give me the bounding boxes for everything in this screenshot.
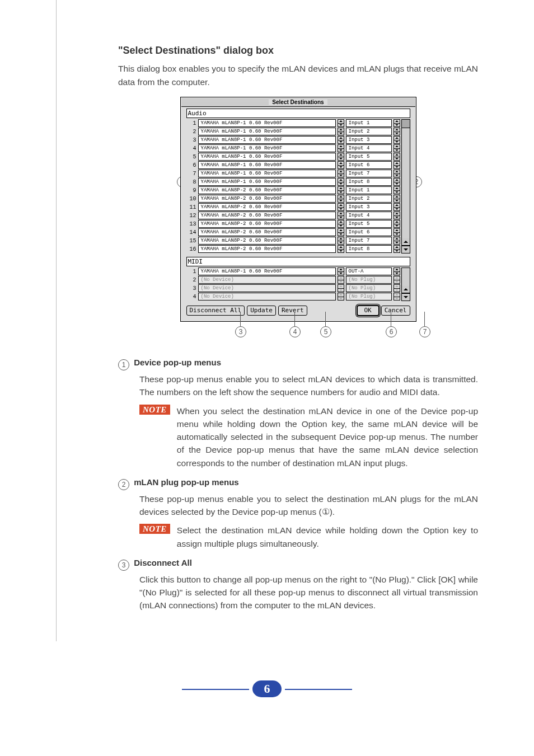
- stepper-icon[interactable]: [394, 153, 400, 161]
- stepper-icon[interactable]: [394, 128, 400, 135]
- scroll-up-icon[interactable]: [402, 238, 410, 246]
- stepper-icon[interactable]: [338, 228, 344, 236]
- dialog-button-row: Disconnect All Update Revert OK Cancel: [181, 301, 416, 321]
- plug-popup[interactable]: Input 2: [346, 128, 392, 135]
- revert-button[interactable]: Revert: [278, 306, 307, 316]
- plug-popup[interactable]: Input 6: [346, 228, 392, 236]
- disconnect-all-button[interactable]: Disconnect All: [186, 306, 245, 316]
- plug-popup[interactable]: Input 7: [346, 170, 392, 177]
- device-popup[interactable]: YAMAHA mLAN8P-1 0.60 Rev00F: [198, 119, 336, 127]
- device-popup[interactable]: YAMAHA mLAN8P-1 0.60 Rev00F: [198, 153, 336, 161]
- plug-popup[interactable]: Input 8: [346, 178, 392, 186]
- plug-popup[interactable]: Input 3: [346, 136, 392, 144]
- stepper-icon[interactable]: [338, 186, 344, 194]
- scroll-track[interactable]: [402, 128, 410, 238]
- plug-popup[interactable]: Input 7: [346, 237, 392, 245]
- device-popup[interactable]: YAMAHA mLAN8P-2 0.60 Rev00F: [198, 203, 336, 211]
- midi-scrollbar[interactable]: [401, 267, 410, 301]
- stepper-icon[interactable]: [394, 178, 400, 186]
- stepper-icon[interactable]: [338, 161, 344, 169]
- stepper-icon[interactable]: [338, 178, 344, 186]
- plug-popup[interactable]: Input 5: [346, 220, 392, 228]
- device-popup[interactable]: YAMAHA mLAN8P-1 0.60 Rev00F: [198, 144, 336, 152]
- plug-popup[interactable]: Input 4: [346, 144, 392, 152]
- stepper-icon[interactable]: [338, 119, 344, 127]
- stepper-icon[interactable]: [338, 220, 344, 228]
- row-number: 4: [186, 145, 196, 152]
- plug-popup[interactable]: Input 2: [346, 195, 392, 203]
- stepper-icon[interactable]: [394, 245, 400, 253]
- stepper-icon: [394, 284, 400, 292]
- audio-row: 3YAMAHA mLAN8P-1 0.60 Rev00FInput 3: [186, 136, 400, 144]
- row-number: 13: [186, 221, 196, 227]
- device-popup[interactable]: YAMAHA mLAN8P-2 0.60 Rev00F: [198, 220, 336, 228]
- stepper-icon: [338, 284, 344, 292]
- description-item: 2 mLAN plug pop-up menusThese pop-up men…: [118, 477, 478, 550]
- dialog-figure: 1 2 Select Destinations Audio 1YAMAHA mL…: [118, 97, 478, 341]
- cancel-button[interactable]: Cancel: [381, 306, 410, 316]
- stepper-icon[interactable]: [394, 195, 400, 203]
- stepper-icon[interactable]: [394, 237, 400, 245]
- stepper-icon[interactable]: [394, 186, 400, 194]
- document-page: "Select Destinations" dialog box This di…: [56, 0, 534, 641]
- plug-popup[interactable]: Input 6: [346, 161, 392, 169]
- stepper-icon[interactable]: [338, 237, 344, 245]
- stepper-icon[interactable]: [338, 128, 344, 135]
- plug-popup[interactable]: Input 4: [346, 212, 392, 219]
- stepper-icon[interactable]: [338, 144, 344, 152]
- plug-popup[interactable]: Input 1: [346, 186, 392, 194]
- scroll-down-icon[interactable]: [402, 246, 410, 253]
- update-button[interactable]: Update: [247, 306, 276, 316]
- audio-row: 5YAMAHA mLAN8P-1 0.60 Rev00FInput 5: [186, 153, 400, 161]
- plug-popup[interactable]: Input 1: [346, 119, 392, 127]
- stepper-icon[interactable]: [394, 170, 400, 177]
- device-popup[interactable]: YAMAHA mLAN8P-1 0.60 Rev00F: [198, 161, 336, 169]
- device-popup[interactable]: YAMAHA mLAN8P-2 0.60 Rev00F: [198, 237, 336, 245]
- stepper-icon[interactable]: [338, 245, 344, 253]
- device-popup[interactable]: YAMAHA mLAN8P-2 0.60 Rev00F: [198, 228, 336, 236]
- midi-row: 2(No Device)(No Plug): [186, 276, 400, 284]
- stepper-icon[interactable]: [338, 153, 344, 161]
- stepper-icon[interactable]: [338, 267, 344, 275]
- item-number: 1: [118, 359, 129, 370]
- scroll-thumb[interactable]: [402, 120, 410, 128]
- plug-popup[interactable]: OUT-A: [346, 267, 392, 275]
- scroll-up-icon[interactable]: [402, 286, 410, 293]
- stepper-icon[interactable]: [394, 228, 400, 236]
- stepper-icon[interactable]: [338, 170, 344, 177]
- scroll-down-icon[interactable]: [402, 293, 410, 300]
- device-popup[interactable]: YAMAHA mLAN8P-1 0.60 Rev00F: [198, 178, 336, 186]
- stepper-icon[interactable]: [394, 203, 400, 211]
- device-popup[interactable]: YAMAHA mLAN8P-2 0.60 Rev00F: [198, 245, 336, 253]
- stepper-icon[interactable]: [394, 144, 400, 152]
- stepper-icon[interactable]: [394, 267, 400, 275]
- stepper-icon[interactable]: [394, 161, 400, 169]
- plug-popup[interactable]: Input 8: [346, 245, 392, 253]
- stepper-icon[interactable]: [394, 212, 400, 219]
- device-popup[interactable]: YAMAHA mLAN8P-1 0.60 Rev00F: [198, 267, 336, 275]
- stepper-icon[interactable]: [394, 220, 400, 228]
- device-popup[interactable]: YAMAHA mLAN8P-1 0.60 Rev00F: [198, 136, 336, 144]
- stepper-icon: [394, 276, 400, 284]
- plug-popup[interactable]: Input 3: [346, 203, 392, 211]
- ok-button[interactable]: OK: [357, 306, 379, 316]
- plug-popup: (No Plug): [346, 293, 392, 300]
- audio-scrollbar[interactable]: [401, 119, 410, 253]
- scroll-track[interactable]: [402, 268, 410, 286]
- item-number: 3: [118, 560, 129, 571]
- stepper-icon[interactable]: [394, 136, 400, 144]
- device-popup[interactable]: YAMAHA mLAN8P-1 0.60 Rev00F: [198, 128, 336, 135]
- row-number: 2: [186, 277, 196, 283]
- stepper-icon[interactable]: [394, 119, 400, 127]
- audio-row: 13YAMAHA mLAN8P-2 0.60 Rev00FInput 5: [186, 220, 400, 228]
- device-popup[interactable]: YAMAHA mLAN8P-1 0.60 Rev00F: [198, 170, 336, 177]
- device-popup[interactable]: YAMAHA mLAN8P-2 0.60 Rev00F: [198, 212, 336, 219]
- stepper-icon[interactable]: [338, 136, 344, 144]
- item-body: These pop-up menus enable you to select …: [139, 373, 478, 399]
- device-popup[interactable]: YAMAHA mLAN8P-2 0.60 Rev00F: [198, 186, 336, 194]
- device-popup[interactable]: YAMAHA mLAN8P-2 0.60 Rev00F: [198, 195, 336, 203]
- stepper-icon[interactable]: [338, 203, 344, 211]
- plug-popup[interactable]: Input 5: [346, 153, 392, 161]
- stepper-icon[interactable]: [338, 212, 344, 219]
- stepper-icon[interactable]: [338, 195, 344, 203]
